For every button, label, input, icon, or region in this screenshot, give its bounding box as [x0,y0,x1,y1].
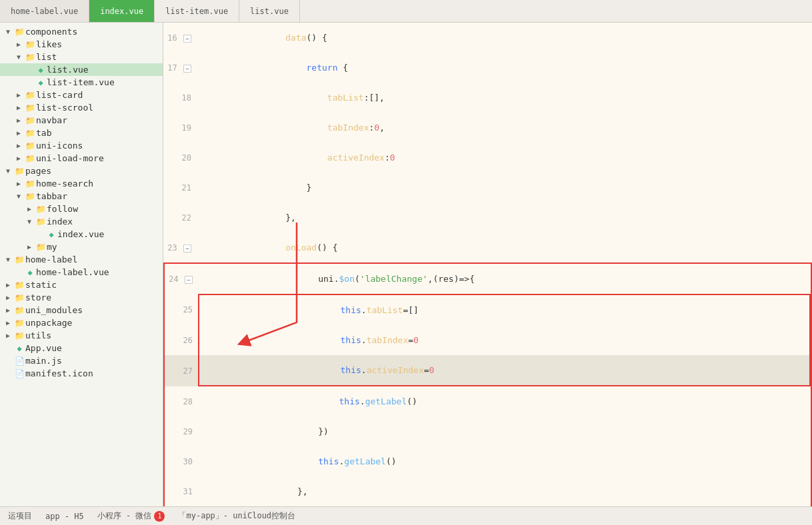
toggle-uni-load-more[interactable]: ▶ [13,155,24,162]
fold-16[interactable]: − [183,35,191,43]
file-icon-main: 📄 [13,356,25,366]
toggle-index-folder[interactable]: ▼ [24,218,35,225]
sidebar-item-home-search[interactable]: ▶ 📁 home-search [0,177,163,190]
line-content-30: this.getLabel() [198,446,811,476]
code-line-26: 26 this.tabIndex=0 [165,325,811,355]
line-content-26: this.tabIndex=0 [198,325,811,355]
line-num-23: 23 − [163,233,197,262]
toggle-likes[interactable]: ▶ [13,41,24,48]
sidebar-item-uni-modules[interactable]: ▶ 📁 uni_modules [0,304,163,316]
tab-list-item[interactable]: list-item.vue [155,0,239,22]
sidebar-item-uni-icons[interactable]: ▶ 📁 uni-icons [0,139,163,152]
line-num-22: 22 [163,203,197,233]
sidebar-item-utils[interactable]: ▶ 📁 utils [0,329,163,342]
sidebar-item-list-vue[interactable]: ◆ list.vue [0,63,163,76]
label-uni-load-more: uni-load-more [36,153,163,163]
toggle-uni-icons[interactable]: ▶ [13,142,24,149]
toggle-navbar[interactable]: ▶ [13,117,24,124]
label-uni-icons: uni-icons [36,141,163,151]
sidebar-item-list-folder[interactable]: ▼ 📁 list [0,51,163,63]
label-pages: pages [25,166,163,176]
label-manifest: manifest.icon [25,368,163,378]
tab-index[interactable]: index.vue [89,0,155,22]
line-num-26: 26 [165,325,198,355]
folder-icon-components: 📁 [13,27,25,37]
line-content-28: this.getLabel() [198,386,811,416]
file-icon-manifest: 📄 [13,369,25,378]
sidebar-item-follow[interactable]: ▶ 📁 follow [0,203,163,215]
code-line-17: 17 − return { [163,53,812,83]
line-num-29: 29 [165,416,198,446]
sidebar-item-list-card[interactable]: ▶ 📁 list-card [0,89,163,101]
toggle-tab[interactable]: ▶ [13,129,24,137]
sidebar-item-index-vue[interactable]: ◆ index.vue [0,228,163,241]
line-content-31: }, [198,476,811,506]
sidebar-item-list-scrool[interactable]: ▶ 📁 list-scrool [0,101,163,114]
line-num-30: 30 [165,446,198,476]
sidebar-item-app-vue[interactable]: ◆ App.vue [0,342,163,354]
toggle-list-folder[interactable]: ▼ [13,53,24,61]
tab-home-label[interactable]: home-label.vue [0,0,89,22]
sidebar-item-list-item-vue[interactable]: ◆ list-item.vue [0,76,163,89]
main-layout: ▼ 📁 components ▶ 📁 likes ▼ 📁 list ◆ list… [0,23,812,506]
folder-icon-home-label: 📁 [13,255,25,264]
folder-icon-list-card: 📁 [24,91,36,100]
code-line-30: 30 this.getLabel() [165,446,811,476]
line-num-19: 19 [163,113,197,143]
line-num-20: 20 [163,143,197,173]
folder-icon-tabbar: 📁 [24,192,36,201]
code-editor[interactable]: 16 − data() { 17 − return { [163,23,812,506]
toggle-store[interactable]: ▶ [3,294,13,301]
toggle-unpackage[interactable]: ▶ [3,319,13,326]
line-content-16: data() { [197,23,812,53]
sidebar-item-navbar[interactable]: ▶ 📁 navbar [0,114,163,127]
code-line-29: 29 }) [165,416,811,446]
sidebar-item-home-label[interactable]: ▼ 📁 home-label [0,253,163,266]
sidebar-item-main-js[interactable]: 📄 main.js [0,354,163,367]
fold-17[interactable]: − [183,65,191,73]
sidebar-item-manifest[interactable]: 📄 manifest.icon [0,367,163,380]
status-bar: 运项目 app - H5 小程序 - 微信 1 「my-app」- uniClo… [0,506,812,525]
fold-23[interactable]: − [183,245,191,253]
status-my-app[interactable]: 「my-app」- uniCloud控制台 [178,510,295,522]
sidebar-item-likes[interactable]: ▶ 📁 likes [0,38,163,51]
toggle-tabbar[interactable]: ▼ [13,193,24,200]
toggle-home-label[interactable]: ▼ [3,256,13,263]
toggle-pages[interactable]: ▼ [3,167,13,175]
toggle-static[interactable]: ▶ [3,281,13,288]
toggle-list-card[interactable]: ▶ [13,91,24,99]
toggle-utils[interactable]: ▶ [3,332,13,339]
toggle-my[interactable]: ▶ [24,243,35,251]
label-list-vue: list.vue [47,65,163,75]
fold-24[interactable]: − [185,276,193,284]
sidebar: ▼ 📁 components ▶ 📁 likes ▼ 📁 list ◆ list… [0,23,163,506]
sidebar-item-tabbar[interactable]: ▼ 📁 tabbar [0,190,163,203]
toggle-list-scrool[interactable]: ▶ [13,104,24,111]
sidebar-item-components[interactable]: ▼ 📁 components [0,25,163,38]
line-num-27: 27 [165,355,198,386]
sidebar-item-unpackage[interactable]: ▶ 📁 unpackage [0,316,163,329]
toggle-components[interactable]: ▼ [3,28,13,35]
status-project[interactable]: 运项目 [8,510,32,522]
outer-red-box: 24 − uni.$on('labelChange',(res)=>{ 25 t [163,262,812,506]
toggle-follow[interactable]: ▶ [24,205,35,213]
toggle-uni-modules[interactable]: ▶ [3,306,13,314]
status-app-h5[interactable]: app - H5 [45,512,84,521]
tab-list[interactable]: list.vue [239,0,300,22]
folder-icon-uni-modules: 📁 [13,306,25,315]
label-index-folder: index [47,217,163,227]
status-weixin[interactable]: 小程序 - 微信 1 [97,510,165,522]
folder-icon-navbar: 📁 [24,116,36,125]
sidebar-item-uni-load-more[interactable]: ▶ 📁 uni-load-more [0,152,163,165]
code-line-25: 25 this.tabList=[] [165,294,811,325]
folder-icon-home-search: 📁 [24,179,36,189]
sidebar-item-tab[interactable]: ▶ 📁 tab [0,127,163,139]
sidebar-item-pages[interactable]: ▼ 📁 pages [0,165,163,177]
sidebar-item-static[interactable]: ▶ 📁 static [0,278,163,291]
sidebar-item-index-folder[interactable]: ▼ 📁 index [0,215,163,228]
sidebar-item-my[interactable]: ▶ 📁 my [0,241,163,253]
toggle-home-search[interactable]: ▶ [13,180,24,187]
sidebar-item-store[interactable]: ▶ 📁 store [0,291,163,304]
sidebar-item-home-label-vue[interactable]: ◆ home-label.vue [0,266,163,278]
label-home-label-vue: home-label.vue [36,267,163,277]
